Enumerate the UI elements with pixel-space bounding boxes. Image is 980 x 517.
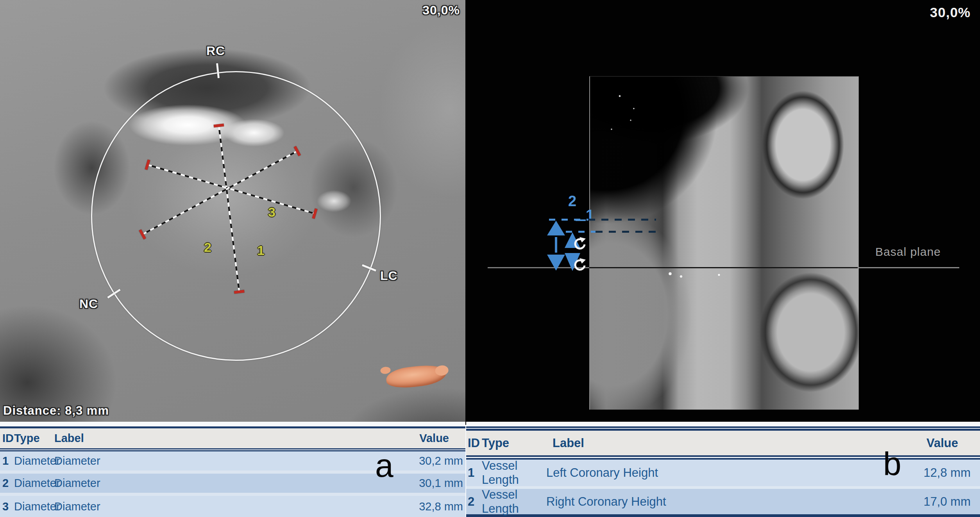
zoom-level-readout: 30,0% <box>930 5 971 20</box>
annulus-circle-overlay[interactable] <box>91 71 381 361</box>
table-border <box>0 448 465 451</box>
col-header-value: Value <box>375 432 465 445</box>
table-row[interactable]: 1 Diameter Diameter 30,2 mm <box>0 451 465 471</box>
table-header-row: ID Type Label Value <box>466 431 980 455</box>
cell-id: 1 <box>0 455 14 467</box>
distance-readout: Distance: 8,3 mm <box>3 404 109 418</box>
table-border <box>466 426 980 431</box>
table-top-strip <box>466 422 980 426</box>
col-header-type: Type <box>482 436 546 450</box>
height-marker-2: 2 <box>568 193 576 210</box>
col-header-id: ID <box>0 432 14 445</box>
coronary-level-dashline-2 <box>596 231 656 233</box>
height-marker-1: 1 <box>586 207 594 224</box>
ct-coronal-image <box>589 76 859 410</box>
measurement-table-b: ID Type Label Value 1 Vessel Length Left… <box>466 422 980 517</box>
cell-id: 3 <box>0 500 14 513</box>
figure-letter-b: b <box>883 447 901 480</box>
cell-id: 2 <box>466 495 482 509</box>
zoom-level-readout: 30,0% <box>422 3 460 18</box>
panel-annulus: RC NC LC 1 2 3 30,0% Distance: 8,3 mm ID… <box>0 0 465 517</box>
table-row[interactable]: 2 Vessel Length Right Coronary Height 17… <box>466 489 980 514</box>
cell-value: 32,8 mm <box>389 500 465 513</box>
cell-value: 30,1 mm <box>389 477 465 490</box>
panel-coronary-heights: Basal plane 2 1 <box>465 0 980 517</box>
cell-label: Diameter <box>54 500 389 513</box>
rotate-plane-icon[interactable] <box>572 258 586 273</box>
cell-label: Right Coronary Height <box>546 495 885 509</box>
basal-plane-line[interactable] <box>858 267 959 268</box>
row-gap <box>0 493 465 496</box>
table-header-row: ID Type Label Value <box>0 428 465 448</box>
ct-coronal-viewport[interactable]: Basal plane 2 1 <box>465 0 980 425</box>
move-up-arrow[interactable] <box>547 221 565 235</box>
coronary-3d-overlay <box>385 363 447 390</box>
row-gap <box>0 471 465 474</box>
cusp-label-rc: RC <box>206 44 225 58</box>
cell-type: Diameter <box>14 500 54 513</box>
table-row[interactable]: 3 Diameter Diameter 32,8 mm <box>0 496 465 517</box>
diameter-number-3: 3 <box>268 205 275 220</box>
cell-label: Diameter <box>54 455 389 467</box>
cell-type: Diameter <box>14 477 54 490</box>
cusp-label-lc: LC <box>380 269 398 283</box>
col-header-type: Type <box>14 432 54 445</box>
cell-type: Vessel Length <box>482 488 546 516</box>
ct-axial-viewport[interactable]: RC NC LC 1 2 3 30,0% Distance: 8,3 mm <box>0 0 465 422</box>
cell-label: Left Coronary Height <box>546 466 885 480</box>
diameter-number-1: 1 <box>257 243 265 258</box>
cell-id: 2 <box>0 477 14 490</box>
measurement-table-a: ID Type Label Value 1 Diameter Diameter … <box>0 422 465 517</box>
cusp-label-nc: NC <box>79 297 98 311</box>
cell-type: Diameter <box>14 455 54 467</box>
coronary-level-dashline-1 <box>588 219 656 221</box>
table-row[interactable]: 1 Vessel Length Left Coronary Height 12,… <box>466 460 980 486</box>
cell-id: 1 <box>466 466 482 480</box>
height-stem <box>555 237 557 253</box>
cell-type: Vessel Length <box>482 459 546 487</box>
col-header-label: Label <box>54 432 375 445</box>
col-header-label: Label <box>546 436 872 450</box>
tavi-planning-figure: RC NC LC 1 2 3 30,0% Distance: 8,3 mm ID… <box>0 0 980 517</box>
basal-plane-label: Basal plane <box>875 245 941 258</box>
cell-value: 17,0 mm <box>885 495 980 509</box>
col-header-id: ID <box>466 436 482 450</box>
table-row[interactable]: 2 Diameter Diameter 30,1 mm <box>0 474 465 493</box>
basal-plane-line[interactable] <box>589 267 858 268</box>
move-down-arrow[interactable] <box>547 255 565 271</box>
cell-label: Diameter <box>54 477 389 490</box>
table-top-strip <box>0 422 465 426</box>
cell-value: 30,2 mm <box>389 455 465 467</box>
diameter-number-2: 2 <box>204 240 211 255</box>
rotate-plane-icon[interactable] <box>572 237 586 251</box>
figure-letter-a: a <box>375 449 393 482</box>
